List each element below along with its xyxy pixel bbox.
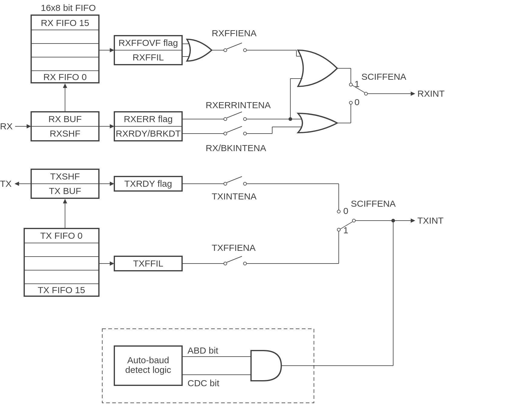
rxerrintena-switch: RXERRINTENA xyxy=(182,100,290,121)
svg-marker-10 xyxy=(63,83,67,88)
tx-mux-zero: 0 xyxy=(343,206,348,216)
svg-point-36 xyxy=(243,132,246,135)
rxbuf-to-fifo-arrow xyxy=(63,83,67,112)
svg-point-49 xyxy=(364,92,367,95)
autobaud-label1: Auto-baud xyxy=(127,355,169,365)
tx-buf-block: TXSHF TX BUF xyxy=(31,169,99,198)
txintena-switch: TXINTENA xyxy=(182,176,340,213)
tx-fifo-15-label: TX FIFO 15 xyxy=(38,285,85,295)
tx-mux: 0 1 SCIFFENA TXINT xyxy=(340,199,444,235)
txffiena-switch: TXFFIENA xyxy=(182,228,340,265)
svg-point-29 xyxy=(224,118,227,121)
rx-input: RX xyxy=(0,121,31,131)
svg-point-22 xyxy=(224,49,227,52)
svg-line-62 xyxy=(227,176,242,183)
svg-line-30 xyxy=(227,112,242,118)
rxbkintena-switch: RX/BKINTENA xyxy=(182,126,303,153)
txrdy-block: TXRDY flag xyxy=(99,176,182,191)
svg-point-48 xyxy=(349,101,352,104)
rxbuf-to-rxerr-arrow xyxy=(99,124,114,128)
svg-marker-52 xyxy=(411,92,415,96)
rx-shf-label: RXSHF xyxy=(50,128,80,138)
svg-point-34 xyxy=(224,132,227,135)
svg-marker-18 xyxy=(110,124,114,128)
rxrdy-label: RXRDY/BRKDT xyxy=(116,128,181,138)
cdc-label: CDC bit xyxy=(188,378,220,388)
fifo-to-rxff-arrow xyxy=(99,48,114,52)
rxffovf-label: RXFFOVF flag xyxy=(119,38,178,48)
svg-line-79 xyxy=(227,256,242,262)
rx-mux-wiring: 1 0 SCIFFENA RXINT xyxy=(337,68,445,123)
rxerr-block: RXERR flag RXRDY/BRKDT xyxy=(114,112,182,141)
txshf-label: TXSHF xyxy=(50,171,80,181)
rxffiena-switch: RXFFIENA xyxy=(212,28,296,52)
tx-fifo-block: TX FIFO 0 TX FIFO 15 xyxy=(24,228,99,296)
txint-label: TXINT xyxy=(417,215,444,225)
rxerr-label: RXERR flag xyxy=(124,114,173,124)
svg-marker-76 xyxy=(110,261,114,266)
svg-point-80 xyxy=(243,262,246,265)
rx-mux-zero: 0 xyxy=(354,97,360,107)
txrdy-label: TXRDY flag xyxy=(124,179,172,189)
svg-point-66 xyxy=(337,210,340,213)
txffiena-label: TXFFIENA xyxy=(212,243,256,253)
autobaud-label2: detect logic xyxy=(125,365,171,375)
tx-mux-one: 1 xyxy=(343,225,348,235)
svg-point-31 xyxy=(243,118,246,121)
sciffena-rx-label: SCIFFENA xyxy=(361,72,406,82)
svg-marker-56 xyxy=(15,182,19,186)
txffil-block: TXFFIL xyxy=(99,256,182,271)
svg-marker-87 xyxy=(411,218,415,223)
rxint-label: RXINT xyxy=(417,89,445,99)
rx-fifo-or-gate xyxy=(182,39,212,61)
svg-point-45 xyxy=(349,83,352,86)
rxerrintena-label: RXERRINTENA xyxy=(206,100,271,110)
svg-point-63 xyxy=(243,182,246,185)
svg-line-35 xyxy=(227,126,242,132)
rx-mux-one: 1 xyxy=(354,79,360,89)
svg-point-78 xyxy=(224,262,227,265)
svg-line-23 xyxy=(227,43,242,49)
rx-fifo-block: RX FIFO 15 RX FIFO 0 xyxy=(31,15,99,83)
rx-fifo-0-label: RX FIFO 0 xyxy=(43,72,86,82)
txfifo-to-txbuf-arrow xyxy=(63,199,67,228)
svg-point-83 xyxy=(337,228,340,231)
abd-label: ABD bit xyxy=(188,345,218,355)
txintena-label: TXINTENA xyxy=(212,191,256,201)
txffil-label: TXFFIL xyxy=(133,258,163,268)
sciffena-tx-label: SCIFFENA xyxy=(351,199,396,209)
tx-label: TX xyxy=(0,179,11,189)
svg-point-24 xyxy=(243,49,246,52)
rx-buf-block: RX BUF RXSHF xyxy=(31,112,99,141)
txbuf-label: TX BUF xyxy=(49,186,81,196)
svg-point-84 xyxy=(352,219,355,222)
rxffiena-label: RXFFIENA xyxy=(212,28,256,38)
svg-point-61 xyxy=(224,182,227,185)
rxff-flags-block: RXFFOVF flag RXFFIL xyxy=(114,36,182,65)
svg-marker-14 xyxy=(110,48,114,52)
tx-output: TX xyxy=(0,179,31,189)
svg-marker-59 xyxy=(110,182,114,186)
rx-buf-label: RX BUF xyxy=(48,114,82,124)
rx-upper-or-gate xyxy=(296,50,337,86)
rx-fifo-15-label: RX FIFO 15 xyxy=(41,18,89,28)
svg-marker-73 xyxy=(63,199,67,203)
svg-marker-8 xyxy=(27,124,31,128)
rx-label: RX xyxy=(0,121,13,131)
diagram-title: 16x8 bit FIFO xyxy=(41,3,96,13)
rxbkintena-label: RX/BKINTENA xyxy=(206,143,266,153)
rx-lower-or-gate xyxy=(298,113,337,133)
tx-fifo-0-label: TX FIFO 0 xyxy=(40,231,83,241)
rxffil-label: RXFFIL xyxy=(132,52,164,62)
